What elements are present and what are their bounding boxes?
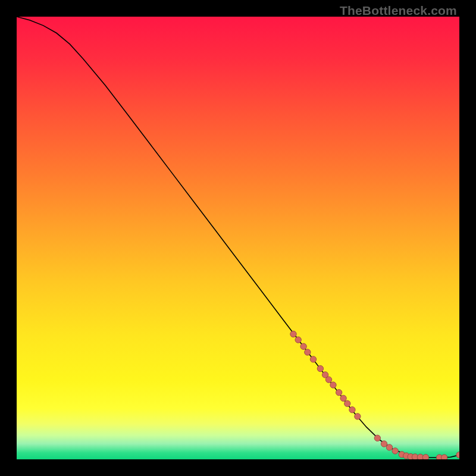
data-point (300, 343, 306, 349)
data-point (381, 441, 387, 447)
data-point (392, 448, 398, 454)
data-point (422, 454, 428, 459)
data-point (340, 395, 346, 401)
data-point (317, 365, 323, 371)
data-point (310, 356, 316, 362)
chart-stage: TheBottleneck.com (0, 0, 476, 476)
data-point (349, 406, 355, 412)
marker-group (290, 331, 459, 459)
curve-line (17, 17, 459, 458)
data-point (290, 331, 296, 337)
data-point (295, 337, 301, 343)
data-point (355, 414, 361, 419)
data-point (305, 349, 311, 355)
data-point (386, 444, 392, 450)
watermark-text: TheBottleneck.com (340, 4, 457, 18)
data-point (345, 400, 350, 406)
plot-area (17, 17, 459, 459)
data-point (336, 389, 342, 395)
data-point (325, 377, 331, 383)
chart-overlay (17, 17, 459, 459)
data-point (330, 382, 336, 388)
data-point (441, 455, 447, 459)
data-point (456, 452, 459, 458)
data-point (374, 435, 380, 441)
